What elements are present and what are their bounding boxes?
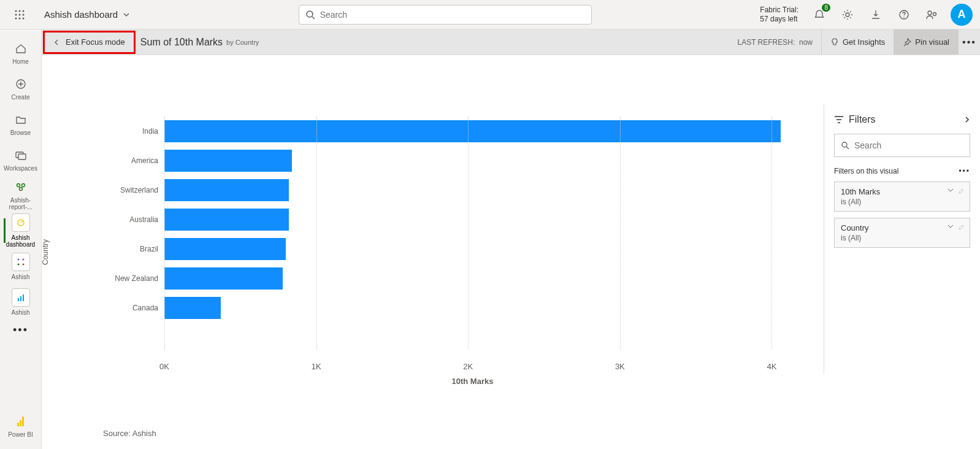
filter-section-header: Filters on this visual •••	[834, 167, 970, 175]
folder-icon	[15, 114, 26, 125]
chart-grid: IndiaAmericaSwitzerlandAustraliaBrazilNe…	[164, 117, 781, 350]
svg-line-34	[846, 147, 849, 149]
chevron-down-icon	[947, 187, 954, 193]
chart-bar[interactable]	[164, 267, 283, 290]
help-button[interactable]	[894, 5, 914, 25]
search-icon	[841, 141, 849, 150]
svg-rect-29	[23, 294, 24, 301]
chart-bar[interactable]	[164, 179, 289, 201]
chart-visual[interactable]: Country IndiaAmericaSwitzerlandAustralia…	[42, 55, 824, 449]
filter-card-10th-marks[interactable]: 10th Marks is (All)	[834, 182, 970, 212]
global-search[interactable]	[299, 5, 592, 25]
nav-create[interactable]: Create	[4, 71, 38, 106]
chart-bar[interactable]	[164, 297, 221, 319]
filter-section-more[interactable]: •••	[959, 167, 970, 175]
nav-home[interactable]: Home	[4, 36, 38, 70]
chart-bar[interactable]	[164, 150, 292, 172]
help-icon	[898, 9, 909, 20]
get-insights-button[interactable]: Get Insights	[821, 29, 894, 55]
nav-ashish-dashboard[interactable]: Ashish dashboard	[4, 213, 38, 248]
bar-row: India	[164, 117, 781, 146]
filters-collapse-button[interactable]	[964, 116, 970, 123]
filters-title: Filters	[849, 114, 876, 125]
bar-category-label: Canada	[103, 304, 164, 312]
bar-row: Switzerland	[164, 175, 781, 205]
bar-row: Canada	[164, 293, 781, 323]
nav-ashish-report[interactable]: Ashish-report-...	[4, 178, 38, 212]
gridline	[316, 117, 317, 350]
filter-field-value: is (All)	[841, 234, 963, 242]
account-manager-button[interactable]	[922, 5, 942, 25]
visual-subtitle: by Country	[226, 39, 259, 46]
chart-bar[interactable]	[164, 238, 286, 260]
nav-label: Workspaces	[4, 165, 37, 172]
filters-search[interactable]	[834, 134, 970, 157]
svg-point-7	[19, 17, 21, 19]
plus-circle-icon	[15, 79, 26, 90]
trial-line2: 57 days left	[760, 15, 798, 23]
svg-point-15	[933, 12, 936, 15]
chart-bar[interactable]	[164, 209, 289, 231]
top-bar: Ashish dashboard Fabric Trial: 57 days l…	[0, 0, 980, 29]
svg-point-1	[19, 10, 21, 12]
pin-visual-button[interactable]: Pin visual	[894, 29, 958, 55]
filters-panel: Filters Filters on this visual ••• 10th …	[824, 104, 980, 374]
get-insights-label: Get Insights	[843, 37, 885, 47]
nav-browse[interactable]: Browse	[4, 107, 38, 141]
nav-workspaces[interactable]: Workspaces	[4, 142, 38, 177]
svg-point-24	[22, 258, 24, 260]
download-button[interactable]	[866, 5, 886, 25]
lightbulb-icon	[830, 38, 839, 47]
people-icon	[926, 9, 938, 20]
svg-point-2	[23, 10, 25, 12]
svg-point-3	[15, 13, 17, 15]
notification-badge: 8	[822, 4, 830, 12]
y-axis-label: Country	[41, 239, 50, 265]
chevron-left-icon	[53, 39, 59, 45]
user-avatar[interactable]: A	[951, 4, 973, 26]
nav-label: Ashish-report-...	[4, 197, 38, 210]
dashboard-icon	[16, 218, 26, 228]
filters-header: Filters	[834, 114, 970, 125]
trial-info[interactable]: Fabric Trial: 57 days left	[760, 6, 798, 23]
svg-rect-30	[17, 423, 19, 426]
erase-icon[interactable]	[957, 187, 965, 194]
app-launcher-icon[interactable]	[7, 10, 32, 20]
dashboard-title[interactable]: Ashish dashboard	[44, 9, 130, 20]
report-icon	[16, 293, 26, 302]
gridline	[164, 117, 165, 350]
content-area: Exit Focus mode Sum of 10th Marks by Cou…	[42, 29, 980, 449]
svg-point-11	[846, 13, 849, 17]
filters-search-input[interactable]	[854, 140, 963, 150]
exit-focus-mode-button[interactable]: Exit Focus mode	[43, 31, 136, 54]
filter-field-value: is (All)	[841, 198, 963, 206]
bar-row: New Zealand	[164, 264, 781, 293]
svg-point-14	[928, 11, 932, 15]
nav-power-bi[interactable]: Power BI	[4, 409, 38, 443]
bar-category-label: America	[103, 156, 164, 165]
nav-more[interactable]: •••	[13, 324, 28, 337]
nav-label: Create	[11, 94, 29, 101]
nav-ashish-1[interactable]: Ashish	[4, 249, 38, 283]
bar-category-label: New Zealand	[103, 274, 164, 283]
svg-rect-31	[20, 420, 21, 426]
visual-title: Sum of 10th Marks	[140, 37, 223, 48]
svg-line-10	[312, 17, 315, 19]
search-input[interactable]	[320, 10, 585, 20]
nav-ashish-2[interactable]: Ashish	[4, 285, 38, 319]
x-tick-label: 0K	[159, 362, 169, 371]
dataset-icon	[16, 257, 26, 267]
filter-card-country[interactable]: Country is (All)	[834, 218, 970, 248]
trial-line1: Fabric Trial:	[760, 6, 798, 14]
erase-icon[interactable]	[957, 223, 965, 231]
chevron-right-icon	[964, 116, 970, 123]
notifications-button[interactable]: 8	[810, 5, 829, 25]
more-options-button[interactable]: •••	[958, 29, 980, 55]
svg-point-20	[21, 184, 25, 187]
last-refresh-value: now	[799, 38, 813, 47]
svg-rect-27	[18, 298, 19, 301]
chart-bar[interactable]	[164, 120, 781, 142]
nav-label: Ashish	[11, 274, 29, 280]
gridline	[771, 117, 772, 350]
settings-button[interactable]	[838, 5, 857, 25]
